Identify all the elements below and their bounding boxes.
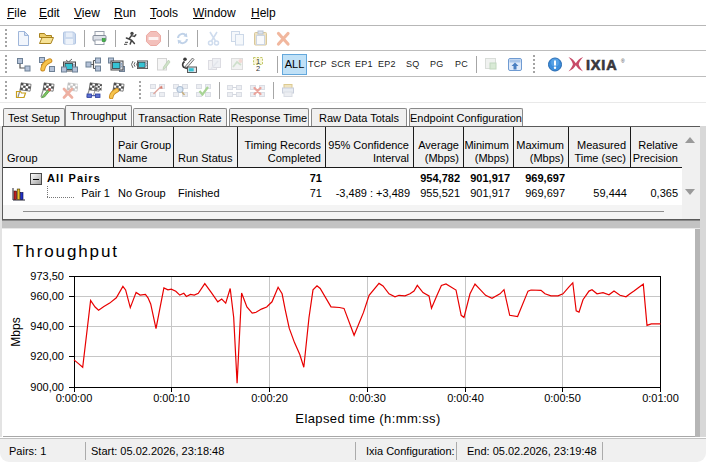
svg-text:960,00: 960,00 xyxy=(30,290,64,302)
svg-text:0:00:30: 0:00:30 xyxy=(349,392,386,404)
svg-text:Mbps: Mbps xyxy=(9,317,23,346)
svg-text:0:01:00: 0:01:00 xyxy=(642,392,679,404)
svg-text:®: ® xyxy=(621,58,625,64)
svg-text:973,50: 973,50 xyxy=(30,270,64,282)
svg-text:0:00:00: 0:00:00 xyxy=(56,392,93,404)
svg-text:2: 2 xyxy=(256,64,260,73)
svg-text:0:00:50: 0:00:50 xyxy=(544,392,581,404)
svg-text:0:00:10: 0:00:10 xyxy=(153,392,190,404)
svg-text:0:00:40: 0:00:40 xyxy=(447,392,484,404)
svg-text:940,00: 940,00 xyxy=(30,320,64,332)
svg-text:920,00: 920,00 xyxy=(30,350,64,362)
svg-text:Elapsed time (h:mm:ss): Elapsed time (h:mm:ss) xyxy=(295,411,440,426)
svg-text:IXIA: IXIA xyxy=(586,57,617,73)
svg-text:0:00:20: 0:00:20 xyxy=(251,392,288,404)
